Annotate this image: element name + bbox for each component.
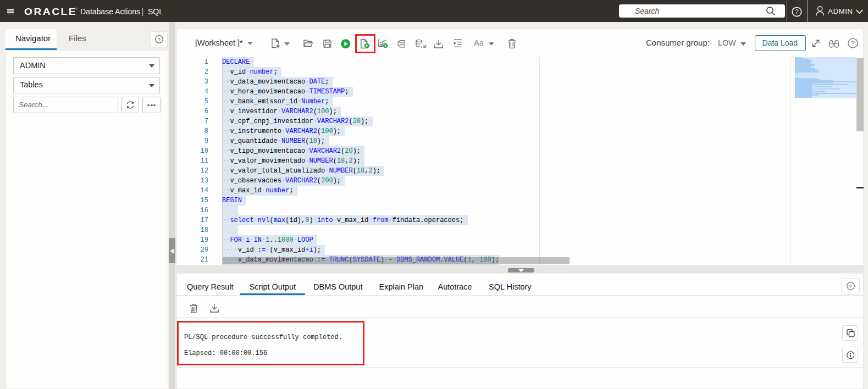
svg-text:?: ?: [158, 36, 161, 42]
svg-text:?: ?: [795, 8, 798, 15]
svg-text:?: ?: [851, 40, 854, 46]
svg-text:?: ?: [849, 283, 852, 289]
